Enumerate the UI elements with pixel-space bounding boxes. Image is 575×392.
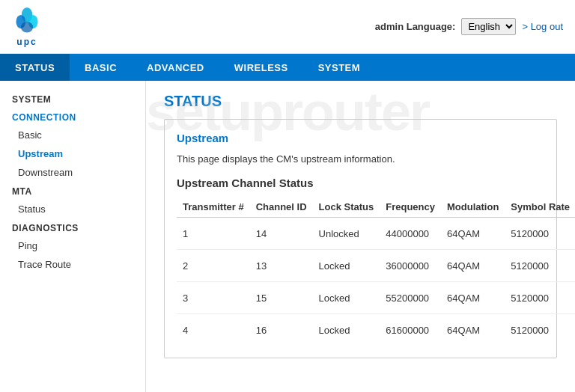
panel-description: This page displays the CM's upstream inf… <box>177 153 544 165</box>
sidebar-item-traceroute[interactable]: Trace Route <box>0 255 145 274</box>
sidebar-item-mta-status[interactable]: Status <box>0 200 145 218</box>
col-symbol-rate: Symbol Rate <box>505 197 575 218</box>
nav-status[interactable]: STATUS <box>0 54 70 81</box>
table-cell: 55200000 <box>380 282 441 314</box>
table-cell: 64QAM <box>441 314 505 346</box>
main-layout: SYSTEM CONNECTION Basic Upstream Downstr… <box>0 81 575 392</box>
page-title: STATUS <box>164 93 557 110</box>
header: upc admin Language: English > Log out <box>0 0 575 54</box>
sidebar-item-upstream[interactable]: Upstream <box>0 144 145 163</box>
table-cell: 64QAM <box>441 250 505 282</box>
table-cell: 16 <box>250 314 313 346</box>
col-frequency: Frequency <box>380 197 441 218</box>
table-row: 315Locked5520000064QAM5120000ATDMA45.75 … <box>177 282 575 314</box>
table-row: 416Locked6160000064QAM5120000ATDMA45.25 … <box>177 314 575 346</box>
table-cell: 5120000 <box>505 250 575 282</box>
logout-link[interactable]: > Log out <box>522 21 563 32</box>
table-cell: 44000000 <box>380 218 441 250</box>
table-cell: 61600000 <box>380 314 441 346</box>
table-cell: 5120000 <box>505 314 575 346</box>
header-right: admin Language: English > Log out <box>375 18 563 35</box>
table-cell: Locked <box>313 282 380 314</box>
table-cell: Unlocked <box>313 218 380 250</box>
admin-label: admin Language: <box>375 21 456 32</box>
upc-logo-icon <box>12 7 42 37</box>
table-row: 114Unlocked4400000064QAM5120000ATDMA46.5… <box>177 218 575 250</box>
logo-area: upc <box>12 7 42 47</box>
sidebar-section-diagnostics: DIAGNOSTICS <box>0 218 145 236</box>
panel-title: Upstream <box>177 132 544 144</box>
sidebar-section-connection: CONNECTION <box>0 108 145 126</box>
table-cell: 1 <box>177 218 250 250</box>
table-cell: 4 <box>177 314 250 346</box>
nav-bar: STATUS BASIC ADVANCED WIRELESS SYSTEM <box>0 54 575 81</box>
nav-system[interactable]: SYSTEM <box>303 54 375 81</box>
logo-text: upc <box>16 37 37 47</box>
sidebar: SYSTEM CONNECTION Basic Upstream Downstr… <box>0 81 146 392</box>
col-modulation: Modulation <box>441 197 505 218</box>
content-area: STATUS Upstream This page displays the C… <box>146 81 575 392</box>
sidebar-item-downstream[interactable]: Downstream <box>0 163 145 182</box>
table-cell: 64QAM <box>441 218 505 250</box>
col-transmitter: Transmitter # <box>177 197 250 218</box>
sidebar-item-basic[interactable]: Basic <box>0 126 145 144</box>
table-cell: Locked <box>313 314 380 346</box>
svg-point-3 <box>21 22 33 33</box>
table-cell: 14 <box>250 218 313 250</box>
col-lock-status: Lock Status <box>313 197 380 218</box>
upstream-table: Transmitter # Channel ID Lock Status Fre… <box>177 197 575 346</box>
col-channel-id: Channel ID <box>250 197 313 218</box>
table-cell: 36000000 <box>380 250 441 282</box>
sidebar-item-ping[interactable]: Ping <box>0 236 145 255</box>
channel-status-title: Upstream Channel Status <box>177 177 544 189</box>
sidebar-section-system: SYSTEM <box>0 90 145 108</box>
content-panel: Upstream This page displays the CM's ups… <box>164 119 557 358</box>
table-cell: 2 <box>177 250 250 282</box>
nav-basic[interactable]: BASIC <box>70 54 132 81</box>
table-cell: 13 <box>250 250 313 282</box>
nav-advanced[interactable]: ADVANCED <box>132 54 219 81</box>
table-cell: 15 <box>250 282 313 314</box>
nav-wireless[interactable]: WIRELESS <box>219 54 303 81</box>
table-cell: 5120000 <box>505 282 575 314</box>
table-cell: 3 <box>177 282 250 314</box>
sidebar-section-mta: MTA <box>0 182 145 200</box>
table-cell: Locked <box>313 250 380 282</box>
table-row: 213Locked3600000064QAM5120000ATDMA46.75 … <box>177 250 575 282</box>
table-cell: 5120000 <box>505 218 575 250</box>
table-cell: 64QAM <box>441 282 505 314</box>
table-body: 114Unlocked4400000064QAM5120000ATDMA46.5… <box>177 218 575 346</box>
language-select[interactable]: English <box>461 18 516 35</box>
